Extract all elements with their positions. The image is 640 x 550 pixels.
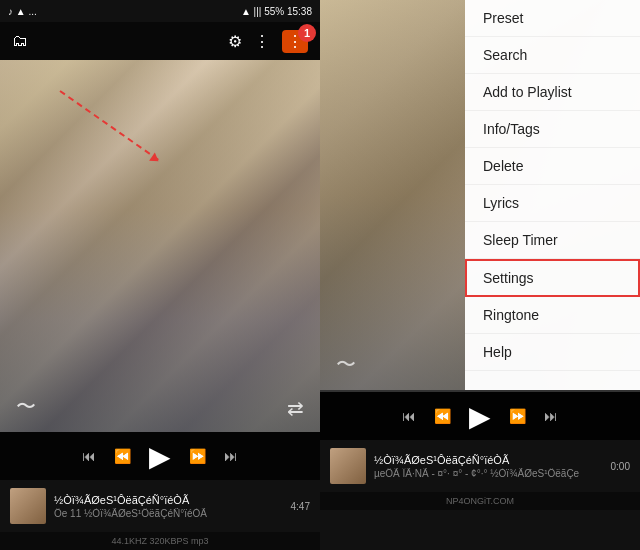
- audio-info-left: 44.1KHZ 320KBPS mp3: [0, 532, 320, 550]
- track-time-right: 0:00: [611, 461, 630, 472]
- track-thumbnail-left: [10, 488, 46, 524]
- album-art-left: 〜 ⇄: [0, 60, 320, 432]
- wave-icon-right: 〜: [336, 351, 356, 378]
- player-controls-left: ⏮ ⏪ ▶ ⏩ ⏭: [0, 432, 320, 480]
- play-button-left[interactable]: ▶: [149, 440, 171, 473]
- menu-item-lyrics[interactable]: Lyrics: [465, 185, 640, 222]
- three-dots-button[interactable]: ⋮ 1: [282, 30, 308, 53]
- right-album-area: 〜 Preset Search Add to Playlist Info/Tag…: [320, 0, 640, 390]
- play-button-right[interactable]: ▶: [469, 400, 491, 433]
- step-1-badge: 1: [298, 24, 316, 42]
- wave-icon-left: 〜: [16, 393, 36, 420]
- menu-item-delete[interactable]: Delete: [465, 148, 640, 185]
- menu-item-sleep-timer[interactable]: Sleep Timer: [465, 222, 640, 259]
- prev-button-right[interactable]: ⏮: [402, 408, 416, 424]
- progress-bar-right[interactable]: [320, 390, 640, 392]
- audio-info-right: NP4ONGiT.COM: [320, 492, 640, 510]
- prev-button-left[interactable]: ⏮: [82, 448, 96, 464]
- folder-icon[interactable]: 🗂: [12, 32, 28, 50]
- player-controls-right: ⏮ ⏪ ▶ ⏩ ⏭: [320, 392, 640, 440]
- track-title-right: ½Òï¾ÃØeS¹ÔëãÇéÑ°ïéÒÃ: [374, 454, 603, 466]
- left-player-panel: ♪ ▲ ... ▲ ||| 55% 15:38 🗂 ⚙ ⋮ ⋮ 1 〜 ⇄ ⏮ …: [0, 0, 320, 550]
- rewind-button-left[interactable]: ⏪: [114, 448, 131, 464]
- forward-button-left[interactable]: ⏩: [189, 448, 206, 464]
- dropdown-menu: Preset Search Add to Playlist Info/Tags …: [465, 0, 640, 390]
- track-subtitle-right: µeÔÃ ÎÃ·NÃ - ¤°· ¤° - ¢°·° ½Òï¾ÃØeS¹ÔëãÇ…: [374, 468, 603, 479]
- rewind-button-right[interactable]: ⏪: [434, 408, 451, 424]
- track-text-right: ½Òï¾ÃØeS¹ÔëãÇéÑ°ïéÒÃ µeÔÃ ÎÃ·NÃ - ¤°· ¤°…: [374, 454, 603, 479]
- menu-item-ringtone[interactable]: Ringtone: [465, 297, 640, 334]
- menu-item-add-to-playlist[interactable]: Add to Playlist: [465, 74, 640, 111]
- track-title-left: ½Òï¾ÃØeS¹ÔëãÇéÑ°ïéÒÃ: [54, 494, 283, 506]
- menu-item-preset[interactable]: Preset: [465, 0, 640, 37]
- track-duration-left: 4:47: [291, 501, 310, 512]
- left-status-left-icons: ♪ ▲ ...: [8, 6, 37, 17]
- shuffle-icon[interactable]: ⇄: [287, 396, 304, 420]
- track-text-left: ½Òï¾ÃØeS¹ÔëãÇéÑ°ïéÒÃ Ôe 11 ½Òï¾ÃØeS¹ÔëãÇ…: [54, 494, 283, 519]
- left-status-right: ▲ ||| 55% 15:38: [241, 6, 312, 17]
- track-info-left: ½Òï¾ÃØeS¹ÔëãÇéÑ°ïéÒÃ Ôe 11 ½Òï¾ÃØeS¹ÔëãÇ…: [0, 480, 320, 532]
- forward-button-right[interactable]: ⏩: [509, 408, 526, 424]
- track-subtitle-left: Ôe 11 ½Òï¾ÃØeS¹ÔëãÇéÑ°ïéÒÃ: [54, 508, 283, 519]
- menu-item-search[interactable]: Search: [465, 37, 640, 74]
- menu-item-settings[interactable]: Settings: [465, 259, 640, 297]
- left-status-bar: ♪ ▲ ... ▲ ||| 55% 15:38: [0, 0, 320, 22]
- track-thumbnail-right: [330, 448, 366, 484]
- album-art-bg-left: [0, 60, 320, 432]
- track-info-right: ½Òï¾ÃØeS¹ÔëãÇéÑ°ïéÒÃ µeÔÃ ÎÃ·NÃ - ¤°· ¤°…: [320, 440, 640, 492]
- right-player-panel: 〜 Preset Search Add to Playlist Info/Tag…: [320, 0, 640, 550]
- pixel-overlay-left: [0, 60, 320, 432]
- player-header: 🗂 ⚙ ⋮ ⋮ 1: [0, 22, 320, 60]
- equalizer-icon[interactable]: ⚙: [228, 32, 242, 51]
- menu-item-info-tags[interactable]: Info/Tags: [465, 111, 640, 148]
- next-button-left[interactable]: ⏭: [224, 448, 238, 464]
- next-button-right[interactable]: ⏭: [544, 408, 558, 424]
- menu-item-help[interactable]: Help: [465, 334, 640, 371]
- dots-icon-left[interactable]: ⋮: [254, 32, 270, 51]
